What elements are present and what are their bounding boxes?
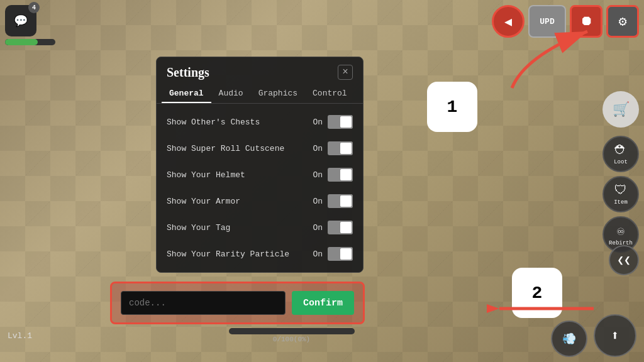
toggle-armor[interactable] bbox=[328, 194, 353, 208]
toggle-super-roll[interactable] bbox=[328, 141, 353, 155]
settings-header: Settings × bbox=[157, 57, 363, 85]
xp-bar bbox=[229, 328, 355, 334]
settings-modal: Settings × General Audio Graphics Contro… bbox=[156, 57, 364, 273]
chat-button[interactable]: 💬 4 bbox=[5, 5, 36, 36]
list-item: Show Your Helmet On bbox=[157, 162, 363, 188]
xp-bar-container: 0/100(0%) bbox=[229, 328, 355, 343]
settings-close-button[interactable]: × bbox=[338, 65, 353, 80]
health-fill bbox=[5, 39, 38, 45]
gear-icon: ⚙ bbox=[618, 13, 626, 30]
bottom-right-controls: 💨 ⬆ bbox=[551, 314, 636, 357]
upd-button[interactable]: UPD bbox=[528, 5, 566, 38]
list-item: Show Super Roll Cutscene On bbox=[157, 135, 363, 162]
health-bar bbox=[5, 39, 55, 45]
annotation-label-2: 2 bbox=[512, 268, 562, 318]
chat-icon: 💬 bbox=[14, 14, 28, 28]
tab-general[interactable]: General bbox=[162, 85, 211, 103]
toggle-tag[interactable] bbox=[328, 221, 353, 234]
settings-title: Settings bbox=[167, 65, 209, 80]
toggle-other-chests[interactable] bbox=[328, 115, 353, 129]
toggle-rarity[interactable] bbox=[328, 247, 353, 261]
tab-graphics[interactable]: Graphics bbox=[251, 85, 305, 103]
chat-count: 4 bbox=[28, 2, 40, 13]
up-arrow-icon: ⬆ bbox=[611, 327, 619, 344]
right-hud: ⛑ Loot 🛡 Item ♾ Rebirth bbox=[602, 88, 639, 253]
top-left-hud: 💬 4 bbox=[5, 5, 55, 45]
list-item: Show Your Armor On bbox=[157, 188, 363, 214]
list-item: Show Your Tag On bbox=[157, 214, 363, 241]
settings-body: Show Other's Chests On Show Super Roll C… bbox=[157, 104, 363, 272]
list-item: Show Other's Chests On bbox=[157, 109, 363, 135]
rebirth-icon: ♾ bbox=[617, 223, 625, 239]
arrow-left-icon: ◀ bbox=[504, 14, 512, 30]
level-text: Lvl.1 bbox=[8, 331, 32, 341]
list-item: Show Your Rarity Particle On bbox=[157, 241, 363, 267]
item-icon: 🛡 bbox=[614, 183, 627, 198]
chevron-area: ❮❮ bbox=[609, 245, 639, 275]
toggle-helmet[interactable] bbox=[328, 168, 353, 182]
tab-audio[interactable]: Audio bbox=[211, 85, 251, 103]
code-input[interactable] bbox=[121, 291, 286, 315]
settings-button[interactable]: ⚙ bbox=[606, 5, 639, 38]
jump-button[interactable]: ⬆ bbox=[594, 314, 636, 357]
top-right-hud: ◀ UPD ⏺ ⚙ bbox=[492, 5, 639, 38]
tab-control[interactable]: Control bbox=[305, 85, 355, 103]
dash-button[interactable]: 💨 bbox=[551, 321, 587, 357]
dash-icon: 💨 bbox=[562, 332, 576, 346]
settings-tabs: General Audio Graphics Control bbox=[157, 85, 363, 104]
item-button[interactable]: 🛡 Item bbox=[602, 176, 639, 212]
record-icon: ⏺ bbox=[580, 14, 592, 29]
code-area: Confirm bbox=[110, 282, 365, 324]
back-button[interactable]: ◀ bbox=[492, 5, 525, 38]
record-button[interactable]: ⏺ bbox=[570, 5, 602, 38]
loot-button[interactable]: ⛑ Loot bbox=[602, 136, 639, 172]
confirm-button[interactable]: Confirm bbox=[292, 291, 354, 315]
annotation-label-1: 1 bbox=[427, 82, 477, 132]
helmet-icon: ⛑ bbox=[614, 143, 627, 158]
xp-text: 0/100(0%) bbox=[273, 336, 310, 343]
chevron-left-icon: ❮❮ bbox=[617, 253, 631, 267]
chevron-button[interactable]: ❮❮ bbox=[609, 245, 639, 275]
